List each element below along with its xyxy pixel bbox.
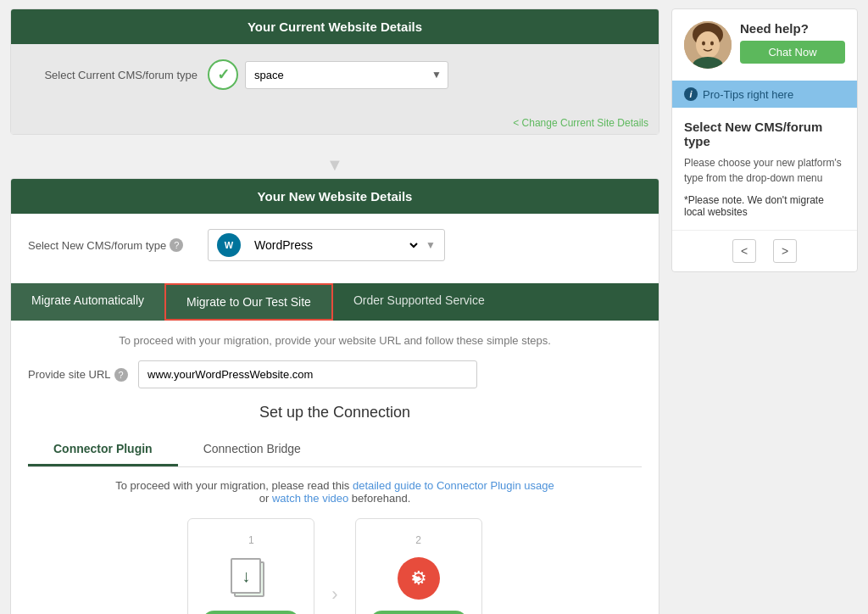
sidebar-prev-button[interactable]: <: [732, 239, 756, 263]
svg-point-2: [696, 31, 720, 59]
avatar: [684, 21, 732, 69]
install-card-number: 2: [370, 534, 468, 546]
setup-title: Set up the Connection: [28, 404, 642, 421]
help-top-area: Need help? Chat Now: [672, 9, 857, 81]
guide-link[interactable]: detailed guide to Connector Plugin usage: [353, 479, 554, 492]
install-button[interactable]: Install: [370, 611, 468, 614]
sidebar: Need help? Chat Now i Pro-Tips right her…: [671, 8, 858, 614]
plugin-cards-area: 1 ↓ Download Connector: [28, 518, 642, 614]
current-cms-label: Select Current CMS/forum type: [28, 69, 198, 81]
pro-tips-label: Pro-Tips right here: [703, 88, 793, 101]
video-link[interactable]: watch the video: [272, 492, 348, 505]
tabs-bar: Migrate Automatically Migrate to Our Tes…: [11, 283, 659, 321]
current-cms-select[interactable]: space: [245, 61, 448, 89]
svg-point-3: [702, 42, 705, 46]
tab-content-area: To proceed with your migration, provide …: [11, 321, 659, 614]
tab-instruction: To proceed with your migration, provide …: [28, 334, 642, 347]
download-arrow-icon: ↓: [242, 567, 250, 586]
new-section-header: Your New Website Details: [11, 179, 659, 214]
install-card: 2 ⚙ ▶ Install Connector Plugin: [355, 518, 482, 614]
url-help-icon[interactable]: ?: [114, 368, 128, 382]
current-website-section: Your Current Website Details Select Curr…: [10, 8, 659, 135]
wordpress-icon: W: [217, 233, 241, 257]
change-site-link[interactable]: < Change Current Site Details: [11, 112, 659, 134]
cards-arrow-icon: ›: [331, 583, 337, 606]
new-section-title: Your New Website Details: [258, 189, 413, 204]
download-card-icon: ↓: [225, 553, 276, 604]
check-circle-icon: ✓: [208, 59, 238, 90]
sidebar-next-button[interactable]: >: [773, 239, 797, 263]
tab-auto-migrate[interactable]: Migrate Automatically: [11, 283, 164, 321]
divider-arrow: ▼: [10, 155, 659, 175]
pro-tips-content: Select New CMS/forum type Please choose …: [672, 108, 857, 230]
pro-tips-bar: i Pro-Tips right here: [672, 81, 857, 108]
install-card-icon: ⚙ ▶: [393, 553, 444, 604]
url-input-field[interactable]: [138, 360, 477, 388]
download-card-number: 1: [202, 534, 300, 546]
download-card: 1 ↓ Download Connector: [187, 518, 314, 614]
current-section-title: Your Current Website Details: [248, 20, 422, 34]
new-website-section: Your New Website Details Select New CMS/…: [10, 178, 659, 614]
new-cms-select-wrapper: W WordPress ▼: [208, 229, 445, 261]
pro-tips-note: *Please note. We don't migrate local web…: [684, 194, 845, 218]
pro-tips-heading: Select New CMS/forum type: [684, 120, 845, 148]
info-icon: i: [684, 87, 698, 101]
tab-test-site[interactable]: Migrate to Our Test Site: [164, 283, 333, 321]
help-panel: Need help? Chat Now i Pro-Tips right her…: [671, 8, 858, 272]
download-button[interactable]: Download: [202, 611, 300, 614]
sub-tabs-bar: Connector Plugin Connection Bridge: [28, 433, 642, 467]
url-field-label: Provide site URL ?: [28, 368, 130, 382]
new-cms-label: Select New CMS/forum type ?: [28, 238, 198, 252]
new-cms-select-arrow: ▼: [426, 239, 436, 251]
sub-tab-connector-plugin[interactable]: Connector Plugin: [28, 433, 178, 466]
chat-now-button[interactable]: Chat Now: [740, 41, 845, 64]
play-overlay-icon: ▶: [415, 572, 422, 584]
new-cms-help-icon[interactable]: ?: [170, 238, 183, 252]
sidebar-navigation: < >: [672, 230, 857, 271]
current-section-header: Your Current Website Details: [11, 9, 659, 44]
svg-point-4: [710, 42, 714, 46]
sub-tab-connection-bridge[interactable]: Connection Bridge: [178, 433, 326, 466]
pro-tips-description: Please choose your new platform's type f…: [684, 155, 845, 186]
tab-supported-service[interactable]: Order Supported Service: [333, 283, 505, 321]
sub-instruction: To proceed with your migration, please r…: [28, 479, 642, 505]
need-help-text: Need help?: [740, 21, 845, 36]
new-cms-select[interactable]: WordPress: [251, 237, 420, 253]
help-text-area: Need help? Chat Now: [740, 21, 845, 64]
